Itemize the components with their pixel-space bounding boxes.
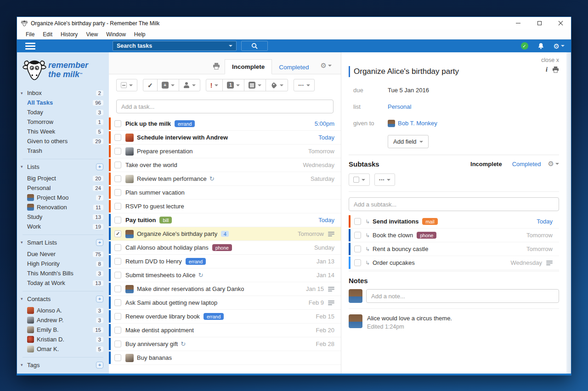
search-button[interactable] (241, 41, 268, 51)
scrollbar[interactable] (566, 52, 571, 374)
tag-pill[interactable]: mail (422, 218, 437, 225)
menu-file[interactable]: File (22, 31, 39, 38)
subtasks-settings-menu[interactable]: ⚙ (548, 160, 559, 168)
postpone-dropdown[interactable]: + (157, 79, 179, 91)
add-icon[interactable]: + (96, 163, 103, 170)
task-checkbox[interactable] (354, 259, 361, 266)
search-box[interactable] (113, 41, 237, 51)
list-settings-menu[interactable]: ⚙ (321, 61, 332, 70)
tab-completed[interactable]: Completed (272, 60, 316, 74)
sidebar-item-inbox[interactable]: ▾Inbox2 (17, 88, 109, 98)
add-task-input[interactable] (116, 100, 334, 113)
menu-edit[interactable]: Edit (39, 31, 57, 38)
task-checkbox[interactable] (114, 148, 121, 155)
sidebar-item-trash[interactable]: Trash (17, 146, 109, 156)
sidebar-item-high-priority[interactable]: High Priority8 (17, 259, 109, 268)
task-row[interactable]: Renew overdue library bookerrandFeb 15 (109, 310, 341, 324)
add-icon[interactable]: + (96, 296, 103, 302)
close-details-link[interactable]: close x (349, 55, 559, 66)
sidebar-section-tags[interactable]: ▾Tags+ (17, 360, 109, 370)
sidebar-item-today-at-work[interactable]: Today at Work13 (17, 278, 109, 288)
search-dropdown-caret[interactable] (229, 45, 232, 49)
task-checkbox[interactable] (114, 244, 121, 251)
sidebar-item-work[interactable]: Work19 (17, 222, 109, 231)
complete-button[interactable]: ✓ (143, 79, 158, 91)
sidebar-item-kristian-d-[interactable]: Kristian D.3 (17, 335, 109, 344)
subtask-row[interactable]: ↳Book the clownphoneTomorrow (349, 229, 559, 242)
maximize-button[interactable] (529, 17, 550, 29)
sidebar-item-personal[interactable]: Personal24 (17, 183, 109, 193)
subtask-more-dropdown[interactable]: ••• (374, 173, 395, 186)
sidebar-item-tomorrow[interactable]: Tomorrow1 (17, 117, 109, 127)
sync-status-icon[interactable]: ✓ (521, 42, 528, 50)
add-icon[interactable]: + (96, 239, 103, 246)
subtask-row[interactable]: ↳Send invitationsmailToday (349, 215, 559, 229)
add-note-input[interactable] (366, 289, 559, 303)
tag-pill[interactable]: errand (175, 120, 195, 127)
task-checkbox[interactable] (114, 134, 121, 141)
add-field-button[interactable]: Add field (388, 135, 429, 148)
subtask-select-dropdown[interactable] (349, 173, 370, 186)
task-checkbox[interactable] (354, 232, 361, 239)
sidebar-item-study[interactable]: Study13 (17, 212, 109, 222)
sidebar-section-contacts[interactable]: ▾Contacts+ (17, 294, 109, 304)
subtasks-tab-incomplete[interactable]: Incomplete (465, 161, 507, 168)
subtasks-tab-completed[interactable]: Completed (507, 161, 546, 168)
field-value[interactable]: Personal (388, 103, 411, 110)
tab-incomplete[interactable]: Incomplete (225, 59, 272, 74)
settings-menu[interactable]: ⚙ (554, 43, 565, 50)
task-checkbox[interactable] (114, 327, 121, 334)
menu-help[interactable]: Help (130, 31, 150, 38)
close-button[interactable] (550, 17, 571, 29)
task-row[interactable]: Buy anniversary gift↻Feb 28 (109, 337, 341, 351)
task-row[interactable]: Call Alonso about holiday plansphoneSund… (109, 241, 341, 255)
move-to-list-dropdown[interactable] (244, 79, 266, 91)
task-row[interactable]: Make dinner reservations at Gary DankoJa… (109, 282, 341, 296)
subtask-row[interactable]: ↳Rent a bouncy castleTomorrow (349, 242, 559, 256)
search-input[interactable] (117, 43, 229, 49)
tag-pill[interactable]: errand (186, 258, 206, 265)
tag-pill[interactable]: phone (417, 232, 436, 239)
task-checkbox[interactable] (114, 175, 121, 182)
sidebar-item-renovation[interactable]: Renovation11 (17, 202, 109, 212)
note-item[interactable]: Alice would love a circus theme.Edited 1… (349, 309, 559, 335)
due-date-dropdown[interactable]: 1 (222, 79, 244, 91)
task-row[interactable]: ✓Organize Alice's birthday party4Tomorro… (109, 227, 341, 241)
minimize-button[interactable] (508, 17, 529, 29)
task-row[interactable]: Pick up the milkerrand5:00pm (109, 117, 341, 131)
task-row[interactable]: Prepare presentationTomorrow (109, 145, 341, 158)
sidebar-item-omar-k-[interactable]: Omar K.5 (17, 344, 109, 354)
task-checkbox[interactable] (354, 246, 361, 252)
sidebar-item-this-month-s-bills[interactable]: This Month's Bills3 (17, 268, 109, 278)
menu-history[interactable]: History (57, 31, 82, 38)
add-subtask-input[interactable] (349, 197, 559, 211)
sidebar-item-emily-b-[interactable]: Emily B.15 (17, 325, 109, 335)
task-row[interactable]: RSVP to guest lecture (109, 200, 341, 213)
task-checkbox[interactable] (114, 341, 121, 347)
task-row[interactable]: Ask Sami about getting new laptopFeb 9 (109, 296, 341, 310)
tag-pill[interactable]: errand (204, 313, 224, 320)
task-checkbox[interactable] (114, 258, 121, 265)
sidebar-item-today[interactable]: Today3 (17, 107, 109, 117)
menu-view[interactable]: View (82, 31, 102, 38)
sidebar-item-this-week[interactable]: This Week5 (17, 127, 109, 136)
tag-pill[interactable]: bill (159, 217, 172, 223)
task-row[interactable]: Pay tuitionbillToday (109, 213, 341, 227)
sidebar-section-lists[interactable]: ▾Lists+ (17, 162, 109, 172)
priority-dropdown[interactable]: ! (206, 79, 223, 91)
add-icon[interactable]: + (96, 362, 103, 369)
task-row[interactable]: Schedule interview with AndrewToday (109, 131, 341, 145)
sidebar-item-andrew-p-[interactable]: Andrew P.3 (17, 315, 109, 325)
tag-dropdown[interactable] (266, 79, 288, 91)
task-checkbox[interactable] (114, 203, 121, 210)
task-checkbox[interactable] (354, 218, 361, 225)
task-row[interactable]: Return DVD to HenryerrandJan 13 (109, 255, 341, 268)
sidebar-item-big-project[interactable]: Big Project20 (17, 173, 109, 183)
select-all-dropdown[interactable] (116, 79, 137, 91)
task-checkbox[interactable] (114, 162, 121, 168)
tag-pill[interactable]: phone (212, 244, 232, 251)
print-icon[interactable] (213, 63, 220, 70)
sidebar-item-project-moo[interactable]: Project Moo7 (17, 193, 109, 202)
sidebar-section-smart-lists[interactable]: ▾Smart Lists+ (17, 237, 109, 247)
task-checkbox[interactable] (114, 217, 121, 223)
